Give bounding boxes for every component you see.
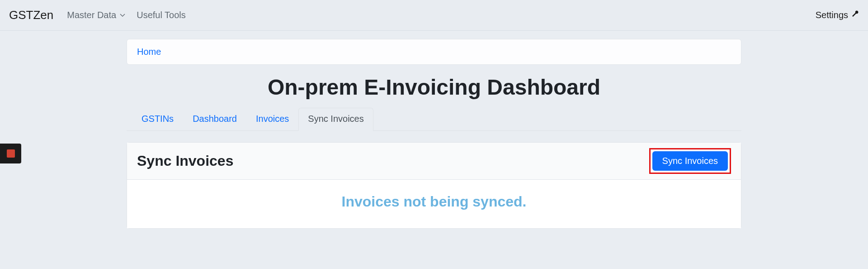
brand-logo[interactable]: GSTZen — [9, 8, 53, 22]
tab-dashboard[interactable]: Dashboard — [183, 108, 246, 131]
navbar: GSTZen Master Data Useful Tools Settings — [0, 0, 868, 31]
breadcrumb: Home — [127, 39, 741, 65]
sync-button-highlight: Sync Invoices — [649, 148, 731, 174]
wrench-icon — [851, 10, 859, 20]
sync-status-text: Invoices not being synced. — [136, 193, 732, 210]
nav-settings-label: Settings — [816, 10, 848, 20]
panel-body: Invoices not being synced. — [127, 180, 741, 228]
tab-invoices[interactable]: Invoices — [246, 108, 298, 131]
tab-gstins[interactable]: GSTINs — [132, 108, 183, 131]
panel-title: Sync Invoices — [137, 153, 649, 169]
tab-sync-invoices[interactable]: Sync Invoices — [298, 108, 373, 131]
sync-invoices-panel: Sync Invoices Sync Invoices Invoices not… — [127, 142, 741, 229]
tab-bar: GSTINs Dashboard Invoices Sync Invoices — [127, 108, 741, 131]
panel-header: Sync Invoices Sync Invoices — [127, 143, 741, 180]
sync-invoices-button[interactable]: Sync Invoices — [652, 151, 728, 171]
main-container: Home On-prem E-Invoicing Dashboard GSTIN… — [127, 31, 741, 229]
nav-useful-tools[interactable]: Useful Tools — [137, 10, 186, 20]
nav-master-data[interactable]: Master Data — [67, 10, 125, 20]
nav-master-data-label: Master Data — [67, 10, 116, 20]
side-record-marker[interactable] — [0, 144, 21, 163]
page-title: On-prem E-Invoicing Dashboard — [127, 75, 741, 100]
nav-settings[interactable]: Settings — [816, 10, 859, 20]
caret-down-icon — [120, 14, 125, 17]
record-square-icon — [7, 149, 15, 158]
breadcrumb-home[interactable]: Home — [137, 47, 161, 57]
